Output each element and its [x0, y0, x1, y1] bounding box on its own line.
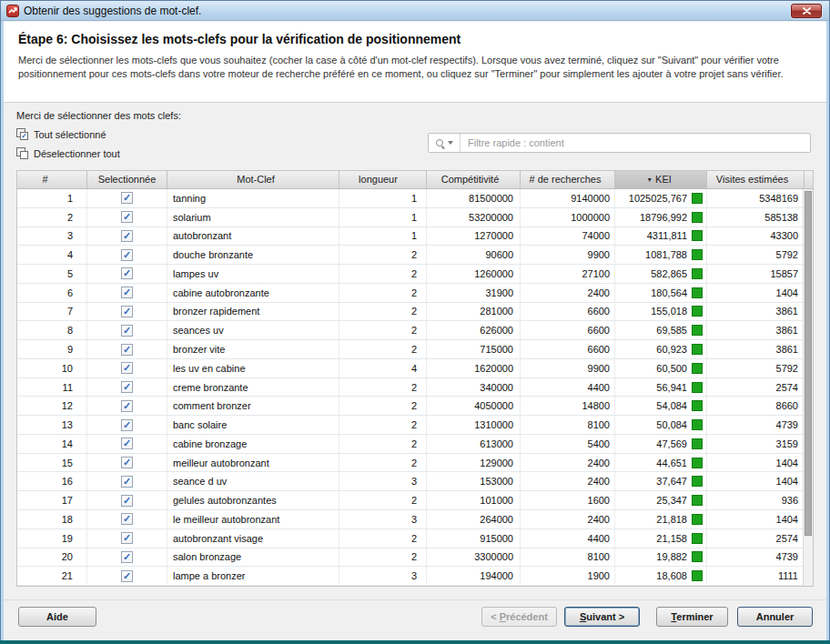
table-row[interactable]: 6cabine autobronzante2319002400180,56414… — [17, 284, 805, 303]
keyword-checkbox[interactable] — [121, 362, 133, 374]
keyword-checkbox[interactable] — [121, 267, 133, 279]
row-number: 1 — [17, 189, 87, 207]
keyword-checkbox[interactable] — [121, 438, 133, 449]
step-header-panel: Étape 6: Choisissez les mots-clefs pour … — [4, 22, 826, 103]
row-number: 7 — [17, 303, 87, 321]
keyword-checkbox[interactable] — [121, 344, 133, 356]
column-header-competition[interactable]: Compétitivité — [427, 171, 521, 188]
table-row[interactable]: 8seances uv2626000660069,5853861 — [17, 321, 805, 340]
table-scrollbar[interactable] — [803, 189, 813, 586]
column-header-searches[interactable]: # de recherches — [521, 171, 615, 188]
table-row[interactable]: 20salon bronzage23300000810019,8824739 — [17, 548, 805, 568]
keyword-checkbox[interactable] — [121, 495, 133, 507]
searches-cell: 4400 — [521, 378, 615, 397]
column-header-length[interactable]: longueur — [339, 171, 427, 188]
keyword-checkbox[interactable] — [121, 400, 133, 412]
table-row[interactable]: 1tanning18150000091400001025025,76753481… — [17, 189, 805, 208]
table-row[interactable]: 10les uv en cabine41620000990060,5005792 — [17, 359, 805, 378]
column-header-visits[interactable]: Visites estimées — [707, 171, 805, 188]
cancel-button[interactable]: Annuler — [737, 607, 813, 627]
table-row[interactable]: 4douche bronzante29060099001081,7885792 — [17, 246, 805, 265]
select-all-link[interactable]: Tout sélectionné — [16, 128, 106, 140]
row-number: 12 — [17, 397, 87, 415]
keyword-checkbox[interactable] — [121, 476, 133, 488]
close-button[interactable] — [791, 4, 822, 18]
searches-cell: 8100 — [521, 548, 615, 567]
kei-cell: 155,018 — [615, 303, 707, 321]
selected-cell — [87, 378, 167, 397]
keyword-checkbox[interactable] — [121, 192, 133, 204]
length-cell: 2 — [339, 284, 427, 302]
table-row[interactable]: 3autobronzant11270000740004311,81143300 — [17, 227, 805, 247]
visits-cell: 5348169 — [707, 189, 805, 207]
competition-cell: 129000 — [427, 454, 521, 472]
help-button[interactable]: Aide — [18, 607, 96, 627]
visits-cell: 1404 — [707, 284, 805, 302]
competition-cell: 340000 — [427, 378, 521, 397]
keyword-checkbox[interactable] — [121, 513, 133, 525]
filter-input[interactable] — [461, 134, 810, 152]
selected-cell — [87, 397, 167, 415]
row-number: 6 — [17, 284, 87, 302]
keyword-cell: seance d uv — [167, 472, 339, 490]
keyword-checkbox[interactable] — [121, 457, 133, 468]
chevron-down-icon — [448, 141, 453, 145]
column-header-kei[interactable]: ▼KEI — [615, 171, 707, 188]
table-row[interactable]: 15meilleur autobronzant2129000240044,651… — [17, 454, 805, 473]
selected-cell — [87, 548, 167, 567]
keyword-checkbox[interactable] — [121, 325, 133, 337]
table-row[interactable]: 12comment bronzer240500001480054,0848660 — [17, 397, 805, 416]
table-row[interactable]: 13banc solaire21310000810050,0844739 — [17, 416, 805, 435]
table-row[interactable]: 14cabine bronzage2613000540047,5693159 — [17, 435, 805, 454]
keyword-checkbox[interactable] — [121, 419, 133, 431]
length-cell: 2 — [339, 548, 427, 567]
table-row[interactable]: 17gelules autobronzantes2101000160025,34… — [17, 491, 805, 510]
competition-cell: 3300000 — [427, 548, 521, 567]
column-header-num[interactable]: # — [17, 171, 87, 188]
previous-button[interactable]: < Précédent — [481, 607, 557, 627]
kei-cell: 1025025,767 — [615, 189, 707, 207]
length-cell: 2 — [339, 340, 427, 358]
keyword-checkbox[interactable] — [121, 211, 133, 223]
scrollbar-thumb[interactable] — [805, 191, 812, 536]
keyword-checkbox[interactable] — [121, 306, 133, 317]
kei-indicator — [692, 551, 703, 562]
window-bottom-edge — [0, 640, 830, 644]
finish-button[interactable]: Terminer — [656, 607, 728, 627]
table-row[interactable]: 11creme bronzante2340000440056,9412574 — [17, 378, 805, 397]
kei-indicator — [692, 514, 703, 525]
next-button[interactable]: Suivant > — [564, 607, 640, 627]
keyword-checkbox[interactable] — [121, 287, 133, 298]
length-cell: 2 — [339, 397, 427, 415]
keyword-cell: banc solaire — [167, 416, 339, 434]
table-row[interactable]: 2solarium153200000100000018796,992585138 — [17, 208, 805, 227]
deselect-all-link[interactable]: Déselectionner tout — [16, 147, 120, 159]
row-number: 14 — [17, 435, 87, 453]
select-keywords-label: Merci de sélectionner des mots clefs: — [16, 110, 181, 121]
competition-cell: 101000 — [427, 491, 521, 509]
table-row[interactable]: 19autobronzant visage2915000440021,15825… — [17, 529, 805, 548]
keyword-checkbox[interactable] — [121, 532, 133, 544]
column-header-selected[interactable]: Selectionnée — [87, 171, 167, 188]
table-row[interactable]: 5lampes uv2126000027100582,86515857 — [17, 265, 805, 284]
keyword-cell: tanning — [167, 189, 339, 207]
keyword-checkbox[interactable] — [121, 230, 133, 242]
selected-cell — [87, 567, 167, 585]
kei-indicator — [692, 212, 703, 223]
row-number: 8 — [17, 321, 87, 339]
table-row[interactable]: 9bronzer vite2715000660060,9233861 — [17, 340, 805, 359]
keyword-cell: bronzer vite — [167, 340, 339, 358]
kei-indicator — [692, 306, 703, 317]
table-row[interactable]: 16seance d uv3153000240037,6471404 — [17, 472, 805, 491]
table-row[interactable]: 21lampe a bronzer3194000190018,6081111 — [17, 567, 805, 586]
column-header-keyword[interactable]: Mot-Clef — [167, 171, 339, 188]
keyword-checkbox[interactable] — [121, 249, 133, 261]
table-row[interactable]: 18le meilleur autobronzant3264000240021,… — [17, 510, 805, 529]
keyword-checkbox[interactable] — [121, 570, 133, 582]
keyword-checkbox[interactable] — [121, 381, 133, 393]
length-cell: 2 — [339, 265, 427, 283]
filter-search-menu-button[interactable] — [429, 134, 461, 152]
table-row[interactable]: 7bronzer rapidement22810006600155,018386… — [17, 303, 805, 322]
keyword-checkbox[interactable] — [121, 551, 133, 563]
competition-cell: 153000 — [427, 472, 521, 490]
